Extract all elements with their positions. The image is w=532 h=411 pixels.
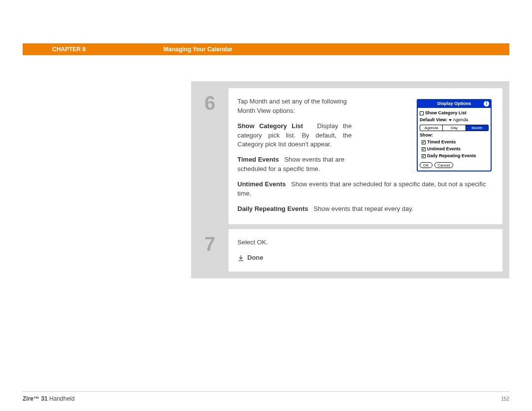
palm-show-label: Show: xyxy=(420,132,489,138)
palm-screenshot: Display Options i Show Category List Def… xyxy=(417,99,492,171)
palm-tabs: Agenda Day Month xyxy=(420,125,489,131)
footer-divider xyxy=(23,391,509,392)
palm-opt-untimed[interactable]: ✓ Untimed Events xyxy=(420,146,489,152)
palm-cancel-button[interactable]: Cancel xyxy=(434,162,454,168)
done-indicator: Done xyxy=(237,253,494,263)
step-body: Tap Month and set any of the following M… xyxy=(229,88,502,224)
palm-show-category[interactable]: Show Category List xyxy=(420,110,489,116)
chapter-label: CHAPTER 8 xyxy=(52,46,86,53)
palm-tab-agenda[interactable]: Agenda xyxy=(420,125,443,131)
option-show-category: Show Category List Display the category … xyxy=(237,122,352,150)
step-body: Select OK. Done xyxy=(229,229,502,272)
footer-page-number: 152 xyxy=(501,396,509,402)
chapter-title: Managing Your Calendar xyxy=(164,46,233,53)
step-number: 7 xyxy=(191,229,229,272)
palm-default-view[interactable]: Default View: Agenda xyxy=(420,117,489,123)
palm-ok-button[interactable]: OK xyxy=(420,162,432,168)
step-number: 6 xyxy=(191,88,229,224)
palm-opt-timed[interactable]: ✓ Timed Events xyxy=(420,139,489,145)
step-intro: Tap Month and set any of the following M… xyxy=(237,97,352,116)
option-timed-events: Timed Events Show events that are schedu… xyxy=(237,155,352,174)
step-6: 6 Tap Month and set any of the following… xyxy=(191,88,502,224)
step-7: 7 Select OK. Done xyxy=(191,229,502,272)
option-daily-repeating: Daily Repeating Events Show events that … xyxy=(237,205,494,214)
step-select-ok: Select OK. xyxy=(237,238,494,247)
steps-frame: 6 Tap Month and set any of the following… xyxy=(191,81,509,278)
info-icon[interactable]: i xyxy=(484,101,489,106)
download-done-icon xyxy=(237,255,244,262)
footer-product: Zire™ 31 Handheld xyxy=(23,395,74,402)
chapter-header: CHAPTER 8 Managing Your Calendar xyxy=(23,43,509,55)
palm-titlebar: Display Options i xyxy=(418,100,491,108)
palm-opt-daily[interactable]: ✓ Daily Repeating Events xyxy=(420,153,489,159)
palm-tab-day[interactable]: Day xyxy=(443,125,466,131)
option-untimed-events: Untimed Events Show events that are sche… xyxy=(237,180,494,199)
chevron-down-icon xyxy=(449,119,452,121)
palm-tab-month[interactable]: Month xyxy=(466,125,488,131)
